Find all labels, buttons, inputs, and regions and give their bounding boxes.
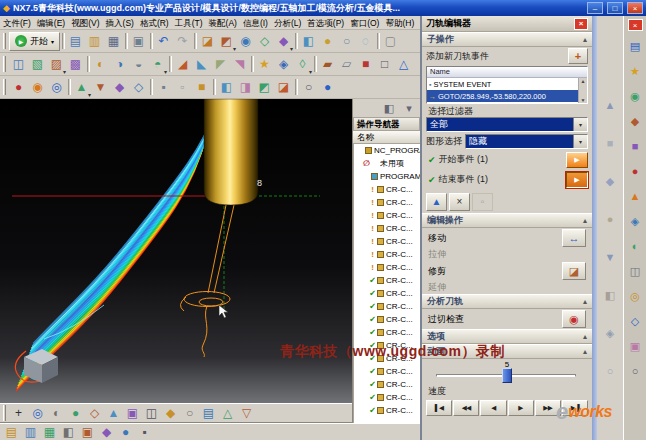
edit-feature-icon[interactable]: ▱	[337, 55, 356, 74]
side-icon[interactable]: ■	[601, 134, 619, 152]
graphics-viewport-3d[interactable]: 8	[0, 99, 352, 403]
resource-web-icon[interactable]: ■	[626, 137, 644, 155]
resource-help-icon[interactable]: ▣	[626, 337, 644, 355]
menu-item[interactable]: 窗口(O)	[347, 16, 382, 30]
edit-op-button[interactable]: ◪	[562, 262, 586, 280]
toolpath-event-list[interactable]: Name ▪SYSTEM EVENT→GOTO/258.949,-53.580,…	[426, 66, 588, 104]
fit-icon[interactable]: ◎	[28, 404, 47, 423]
trim-body-icon[interactable]: ◢	[173, 55, 192, 74]
section-options[interactable]: 选项 ▴	[422, 329, 592, 344]
resource-history-icon[interactable]: ●	[626, 162, 644, 180]
transport-button[interactable]: ▌◀	[426, 400, 452, 416]
menu-item[interactable]: 信息(I)	[240, 16, 271, 30]
orient-front-icon[interactable]: ▽	[237, 404, 256, 423]
undo-icon[interactable]: ↶	[154, 32, 173, 51]
navigator-item[interactable]: ✔CR-C...	[354, 352, 420, 365]
side-icon[interactable]: ○	[601, 362, 619, 380]
delete-event-button[interactable]: ×	[449, 193, 470, 211]
menu-item[interactable]: 插入(S)	[103, 16, 137, 30]
snap-end-icon[interactable]: ▫	[173, 78, 192, 97]
navigator-item[interactable]: ✔CR-C...	[354, 339, 420, 352]
resource-notes-icon[interactable]: ◫	[626, 262, 644, 280]
resource-system-icon[interactable]: ◇	[626, 312, 644, 330]
open-icon[interactable]: ▥	[85, 32, 104, 51]
window-icon[interactable]: ▢	[381, 32, 400, 51]
navigator-item[interactable]: ✔CR-C...	[354, 287, 420, 300]
section-animation[interactable]: 动画 ▴	[422, 344, 592, 359]
chamfer-icon[interactable]: ◑	[110, 55, 129, 74]
wcs-icon[interactable]: ◩	[255, 78, 274, 97]
dropdown-caret-icon[interactable]: ▾	[573, 118, 587, 131]
render-style-icon[interactable]: ▤	[199, 404, 218, 423]
perspective-icon[interactable]: ▲	[104, 404, 123, 423]
menu-item[interactable]: 视图(V)	[68, 16, 102, 30]
redo-icon[interactable]: ↷	[173, 32, 192, 51]
panel-pin-icon[interactable]: ◧	[380, 99, 398, 117]
navigator-item[interactable]: !CR-C...	[354, 235, 420, 248]
feature-group-icon[interactable]: ★	[255, 55, 274, 74]
delete-feature-icon[interactable]: ■	[356, 55, 375, 74]
end-event-button[interactable]: ▶	[566, 172, 588, 188]
side-icon[interactable]: ◈	[601, 324, 619, 342]
shaded-view-icon[interactable]: ●	[318, 32, 337, 51]
selection-scope-icon[interactable]: ○	[299, 78, 318, 97]
side-icon[interactable]: ◆	[601, 172, 619, 190]
navigator-item[interactable]: ✔CR-C...	[354, 313, 420, 326]
offset-icon[interactable]: ◤	[211, 55, 230, 74]
wcs-dynamics-icon[interactable]: ◪	[274, 78, 293, 97]
sketch-task-icon[interactable]: ◫	[9, 55, 28, 74]
navigator-item[interactable]: !CR-C...	[354, 222, 420, 235]
transport-button[interactable]: ◀	[480, 400, 506, 416]
rotate-icon[interactable]: ◇	[85, 404, 104, 423]
layer-visible-icon[interactable]: ◨	[236, 78, 255, 97]
navigator-item[interactable]: ✔CR-C...	[354, 300, 420, 313]
toolpath-event-row[interactable]: ▪SYSTEM EVENT	[427, 78, 587, 90]
print-icon[interactable]: ▣	[129, 32, 148, 51]
save-icon[interactable]: ▦	[104, 32, 123, 51]
edit-op-button[interactable]: ↔	[562, 229, 586, 247]
menu-item[interactable]: 首选项(P)	[304, 16, 347, 30]
minimize-button[interactable]: –	[587, 2, 603, 14]
menu-item[interactable]: 分析(L)	[271, 16, 304, 30]
postprocess-icon[interactable]: ◎	[47, 78, 66, 97]
create-geometry-icon[interactable]: ▼	[91, 78, 110, 97]
resource-touch-icon[interactable]: ○	[626, 362, 644, 380]
taskbar-icon[interactable]: ▪	[135, 423, 154, 440]
menu-item[interactable]: 帮助(H)	[382, 16, 417, 30]
menu-item[interactable]: 装配(A)	[206, 16, 240, 30]
shell-icon[interactable]: ◒	[129, 55, 148, 74]
suppress-icon[interactable]: □	[375, 55, 394, 74]
taskbar-icon[interactable]: ▤	[2, 423, 21, 440]
slider-thumb[interactable]	[502, 368, 512, 383]
section-edit-operation[interactable]: 编辑操作 ▴	[422, 213, 592, 228]
side-icon[interactable]: ▼	[601, 248, 619, 266]
navigator-item[interactable]: NC_PROGRAM	[354, 144, 420, 157]
layer-settings-icon[interactable]: ◧	[217, 78, 236, 97]
generate-toolpath-icon[interactable]: ●	[9, 78, 28, 97]
resource-part-icon[interactable]: ◉	[626, 87, 644, 105]
speed-slider[interactable]: 5	[428, 359, 586, 385]
edit-op-label[interactable]: 修剪	[428, 265, 446, 278]
move-object-icon[interactable]: ▰	[318, 55, 337, 74]
insert-event-button[interactable]: ▲	[426, 193, 447, 211]
resource-roles-icon[interactable]: ◎	[626, 287, 644, 305]
name-column-header[interactable]: 名称	[353, 131, 420, 144]
navigator-item[interactable]: !CR-C...	[354, 209, 420, 222]
wireframe-icon[interactable]: ○	[180, 404, 199, 423]
dropdown-caret-icon[interactable]: ▾	[573, 135, 587, 148]
create-tool-icon[interactable]: ◆	[110, 78, 129, 97]
navigator-item[interactable]: !CR-C...	[354, 183, 420, 196]
scroll-down-icon[interactable]: ▼	[581, 97, 586, 103]
taskbar-icon[interactable]: ▣	[78, 423, 97, 440]
resource-palette-icon[interactable]: ▲	[626, 187, 644, 205]
toolbar-grip[interactable]	[3, 79, 6, 95]
navigator-item[interactable]: PROGRAM	[354, 170, 420, 183]
resource-constraint-icon[interactable]: ★	[626, 62, 644, 80]
toolbar-grip[interactable]	[3, 33, 6, 49]
gouge-check-button[interactable]: ◉	[562, 310, 586, 328]
snap-point-icon[interactable]: ▪	[154, 78, 173, 97]
navigator-item[interactable]: !CR-C...	[354, 196, 420, 209]
side-icon[interactable]: ◧	[601, 286, 619, 304]
close-button[interactable]: ×	[627, 2, 643, 14]
transport-button[interactable]: ▶	[508, 400, 534, 416]
